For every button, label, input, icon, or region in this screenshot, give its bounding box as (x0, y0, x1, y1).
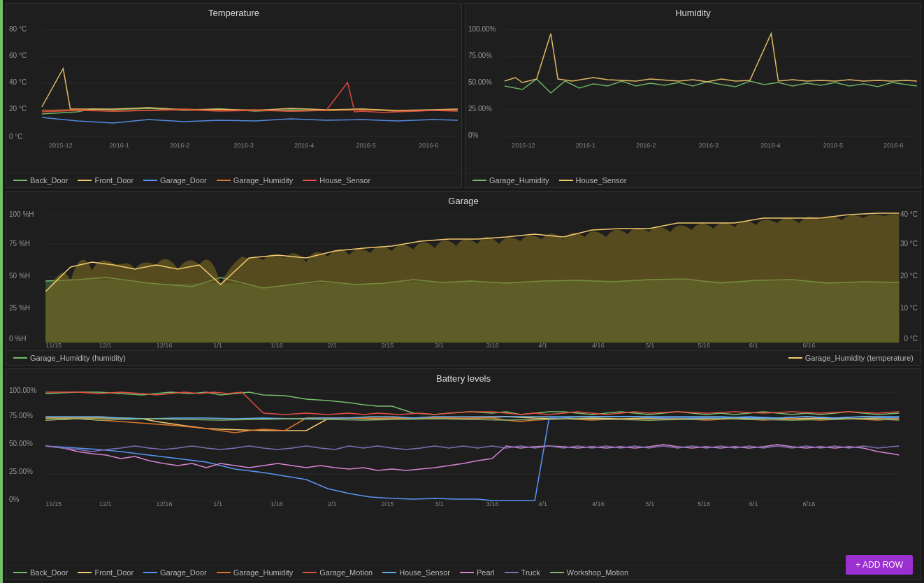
svg-text:2016-5: 2016-5 (356, 142, 375, 149)
svg-text:5/1: 5/1 (646, 501, 655, 508)
gar-yr2: 30 °C (900, 240, 918, 247)
svg-text:2016-3: 2016-3 (234, 142, 254, 149)
gar-yl1: 100 %H (9, 210, 34, 218)
frontdoor-line-icon (78, 180, 92, 181)
temp-y3: 40 °C (9, 78, 27, 86)
svg-text:2016-1: 2016-1 (109, 142, 129, 149)
legend-backdoor-temp: Back_Door (13, 176, 68, 185)
gar-yr5: 0 °C (904, 335, 918, 343)
svg-text:2016-2: 2016-2 (636, 142, 656, 149)
battery-chart-area: 100.00% 75.00% 50.00% 25.00% 0% 11/15 12… (6, 385, 921, 565)
svg-text:2016-5: 2016-5 (823, 142, 843, 149)
temp-y1: 80 °C (9, 25, 27, 33)
gar-yr3: 20 °C (900, 272, 918, 280)
svg-text:5/16: 5/16 (698, 501, 710, 508)
bat-housesensor-icon (382, 572, 396, 573)
battery-panel: Battery levels 100.00% 75.00% 50.00% 25.… (6, 368, 921, 580)
svg-text:2015-12: 2015-12 (49, 142, 73, 149)
svg-text:3/16: 3/16 (486, 342, 499, 347)
legend-garagemotion-bat: Garage_Motion (303, 568, 373, 577)
humidity-chart-area: 100.00% 75.00% 50.00% 25.00% 0% 2015-12 … (465, 20, 921, 173)
temperature-chart-area: 80 °C 60 °C 40 °C 20 °C 0 °C 2015-12 201… (6, 20, 461, 173)
svg-text:5/1: 5/1 (646, 342, 655, 347)
row-3: Battery levels 100.00% 75.00% 50.00% 25.… (6, 368, 921, 580)
bat-backdoor-icon (13, 572, 27, 573)
svg-text:2/1: 2/1 (328, 342, 337, 347)
hum-y4: 25.00% (468, 105, 492, 113)
svg-text:2016-6: 2016-6 (419, 142, 438, 149)
hum-y5: 0% (468, 131, 478, 139)
svg-text:2015-12: 2015-12 (512, 142, 535, 149)
legend-backdoor-bat: Back_Door (13, 568, 68, 577)
humidity-panel: Humidity 100.00% 75.00% 50.00% 25.00% 0%… (465, 3, 921, 188)
garage-panel: Garage 100 %H 75 %H 50 %H 25 %H 0 %H 40 … (6, 191, 921, 366)
svg-text:6/1: 6/1 (749, 501, 758, 508)
gar-yl2: 75 %H (9, 240, 30, 247)
add-row-button[interactable]: + ADD ROW (846, 555, 913, 575)
gar-yr4: 10 °C (900, 304, 918, 312)
garagehum-gar-icon (13, 357, 27, 359)
hum-y2: 75.00% (468, 52, 492, 59)
svg-text:4/1: 4/1 (538, 501, 547, 508)
svg-text:2/1: 2/1 (328, 501, 337, 508)
gar-yl4: 25 %H (9, 304, 30, 312)
legend-housesensor-temp: House_Sensor (303, 176, 370, 185)
gar-yl3: 50 %H (9, 272, 30, 280)
svg-text:3/1: 3/1 (435, 501, 444, 508)
green-sidebar (0, 0, 3, 583)
garage-chart-area: 100 %H 75 %H 50 %H 25 %H 0 %H 40 °C 30 °… (6, 208, 921, 350)
battery-legend: Back_Door Front_Door Garage_Door Garage_… (6, 565, 921, 580)
legend-garagehumidity-bat: Garage_Humidity (217, 568, 294, 577)
bat-truck-icon (505, 572, 519, 573)
svg-text:11/15: 11/15 (45, 501, 62, 508)
garagehum-hum-icon (472, 180, 486, 181)
svg-text:12/1: 12/1 (99, 342, 112, 347)
temperature-panel: Temperature 80 °C 60 °C 40 °C 20 °C 0 °C… (6, 3, 462, 188)
bat-garagemotion-icon (303, 572, 317, 573)
svg-text:6/16: 6/16 (802, 501, 815, 508)
garage-svg: 11/15 12/1 12/16 1/1 1/16 2/1 2/15 3/1 3… (6, 208, 921, 347)
legend-truck-bat: Truck (505, 568, 540, 577)
bat-y5: 0% (9, 496, 19, 503)
housesensor-line-icon (303, 180, 317, 181)
svg-text:4/16: 4/16 (592, 501, 605, 508)
svg-text:4/1: 4/1 (538, 342, 547, 347)
svg-text:2/15: 2/15 (381, 501, 394, 508)
hum-y3: 50.00% (468, 78, 492, 86)
svg-text:6/1: 6/1 (749, 342, 758, 347)
bat-garagehumidity-icon (217, 572, 231, 573)
svg-text:1/1: 1/1 (213, 501, 222, 508)
svg-text:2016-3: 2016-3 (699, 142, 719, 149)
temp-y5: 0 °C (9, 133, 23, 141)
legend-garagehumidity-hum: Garage_Humidity (472, 176, 549, 185)
svg-text:11/15: 11/15 (45, 342, 62, 347)
svg-text:5/16: 5/16 (698, 342, 710, 347)
humidity-svg: 2015-12 2016-1 2016-2 2016-3 2016-4 2016… (465, 20, 921, 152)
gar-yl5: 0 %H (9, 335, 26, 343)
hum-y1: 100.00% (468, 25, 496, 33)
humidity-legend: Garage_Humidity House_Sensor (465, 173, 921, 187)
svg-text:2016-4: 2016-4 (760, 142, 780, 149)
svg-text:12/1: 12/1 (99, 501, 112, 508)
svg-text:2016-6: 2016-6 (883, 142, 903, 149)
legend-housesensor-hum: House_Sensor (559, 176, 627, 185)
garagehumidity-line-icon (217, 180, 231, 181)
svg-text:12/16: 12/16 (157, 342, 173, 347)
svg-text:2016-2: 2016-2 (170, 142, 189, 149)
legend-pearl-bat: Pearl (460, 568, 495, 577)
battery-title: Battery levels (6, 369, 921, 385)
legend-workshopmotion-bat: Workshop_Motion (550, 568, 628, 577)
legend-garagedoor-temp: Garage_Door (143, 176, 207, 185)
svg-text:2016-4: 2016-4 (294, 142, 314, 149)
svg-text:3/16: 3/16 (486, 501, 499, 508)
bat-y1: 100.00% (9, 387, 36, 394)
row-1: Temperature 80 °C 60 °C 40 °C 20 °C 0 °C… (6, 3, 921, 188)
svg-text:1/16: 1/16 (270, 342, 283, 347)
legend-garagehumtemp-garage: Garage_Humidity (temperature) (788, 354, 914, 362)
housesensor-hum-icon (559, 180, 573, 181)
legend-garagehumidity-temp: Garage_Humidity (217, 176, 294, 185)
bat-garagedoor-icon (143, 572, 157, 573)
bat-y4: 25.00% (9, 468, 33, 475)
svg-text:2016-1: 2016-1 (576, 142, 595, 149)
svg-text:1/16: 1/16 (270, 501, 283, 508)
